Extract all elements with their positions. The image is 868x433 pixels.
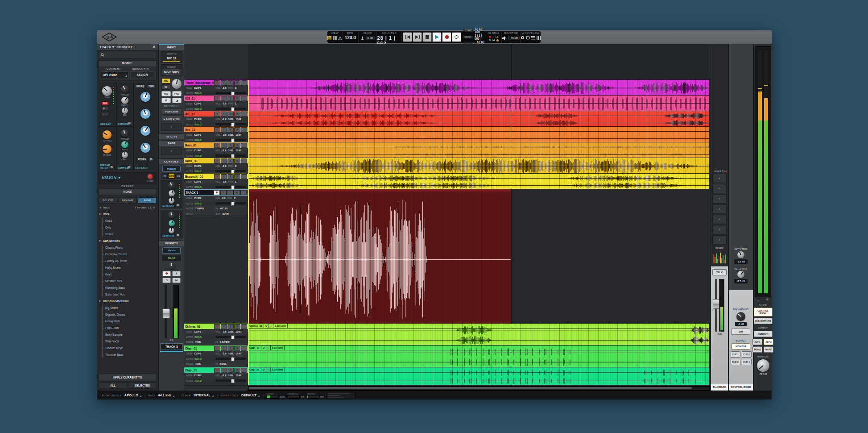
monitor-insert-slot[interactable]: +: [712, 204, 727, 214]
clip-header[interactable]: Clap _01Q♪0.00 semi: [248, 346, 709, 350]
in-value[interactable]: MIC 18: [220, 207, 228, 210]
track-m-button[interactable]: M: [234, 174, 240, 179]
mixer-view-icon[interactable]: [338, 36, 342, 40]
library-preset-item[interactable]: Keys: [99, 271, 156, 278]
playhead[interactable]: [511, 45, 511, 385]
pan-right[interactable]: 100R: [236, 118, 241, 121]
auto-read-value[interactable]: READ: [194, 154, 202, 157]
dim-button[interactable]: DIM: [732, 329, 750, 335]
vol-value[interactable]: -2.6: [222, 374, 226, 377]
play-button[interactable]: [432, 32, 442, 42]
cue-4-button[interactable]: CUE 4: [742, 359, 752, 365]
track-automation-button[interactable]: [241, 112, 247, 117]
track-name[interactable]: Clap _01: [185, 347, 197, 350]
show-cue-outputs-button[interactable]: CUE OUTPUTS: [754, 318, 773, 324]
track-i-button[interactable]: I: [221, 143, 227, 148]
track-lane[interactable]: [248, 142, 709, 158]
clip-note-icon[interactable]: ♪: [266, 367, 271, 372]
pan-left[interactable]: PAN: [228, 87, 233, 89]
mute-button[interactable]: MUTE: [764, 346, 773, 353]
lo-pass-knob[interactable]: [103, 130, 112, 139]
pan-slider[interactable]: [215, 108, 246, 110]
clip-quantize[interactable]: Q: [261, 346, 266, 350]
preset-search-input[interactable]: [99, 51, 157, 58]
vol-value[interactable]: -2.6: [222, 133, 226, 136]
pan-slider[interactable]: [215, 186, 246, 188]
clip-note-icon[interactable]: ♪: [269, 324, 273, 328]
track-m-button[interactable]: M: [234, 190, 240, 195]
cue-2-button[interactable]: CUE 2: [742, 351, 752, 358]
track-header[interactable]: 808_01ISMVIEWCLIPSVOL-2.6PANCAUTOREAD: [184, 96, 248, 112]
track-name[interactable]: TRACK 5: [186, 191, 198, 194]
tab-in[interactable]: IN: [161, 173, 168, 179]
track-lane[interactable]: Chimes_01Q♪0.00 semi: [248, 324, 709, 346]
eq-pre-button[interactable]: PRE/EQ: [135, 84, 146, 88]
apply-selected-button[interactable]: SELECTED: [128, 382, 157, 389]
eq-lmf-knob[interactable]: [141, 126, 150, 136]
clip-transpose[interactable]: 0.00 semi: [271, 346, 285, 350]
tags-toggle[interactable]: ▸ TAGS: [100, 206, 110, 209]
vol-value[interactable]: -2.6: [222, 330, 226, 333]
library-preset-item[interactable]: Classic Piano: [99, 244, 156, 251]
monitor-insert-slot[interactable]: +: [712, 194, 727, 204]
auto-read-value[interactable]: READ: [194, 123, 202, 126]
comp-rel-knob[interactable]: [122, 152, 128, 158]
pan-left[interactable]: 100L: [228, 133, 234, 136]
pan-right[interactable]: C: [235, 165, 236, 167]
buffer-size-value[interactable]: DEFAULT: [241, 393, 260, 397]
pan-left[interactable]: 100L: [228, 149, 234, 152]
monitor-insert-slot[interactable]: +: [712, 215, 727, 224]
pan-slider[interactable]: [215, 92, 246, 94]
pad-button[interactable]: PAD: [101, 101, 109, 105]
sidechain-assign-button[interactable]: ASSIGN: [130, 71, 154, 78]
alt2-trim-knob[interactable]: [737, 271, 744, 278]
pan-slider[interactable]: [215, 202, 246, 204]
clip-transpose[interactable]: 0.00 semi: [271, 367, 285, 372]
clips-value[interactable]: CLIPS: [194, 180, 201, 183]
vol-value[interactable]: -2.6: [222, 180, 226, 183]
plugin-power-button[interactable]: POWER: [147, 173, 153, 182]
track-m-button[interactable]: M: [234, 324, 240, 329]
pan-left[interactable]: 100L: [228, 330, 234, 333]
library-preset-item[interactable]: Snare: [99, 231, 156, 237]
vol-value[interactable]: -2.6: [222, 352, 226, 355]
pan-slider[interactable]: [215, 123, 246, 125]
lowcut-button[interactable]: ◢: [172, 98, 182, 103]
track-i-button[interactable]: I: [220, 190, 227, 195]
monitor-insert-slot[interactable]: +: [712, 174, 727, 183]
monitor-insert-slot[interactable]: +: [712, 235, 727, 245]
library-preset-item[interactable]: Sexy Sample: [99, 331, 156, 338]
track-name[interactable]: Bouzouki_01: [185, 175, 203, 178]
show-control-room-button[interactable]: CONTROL ROOM: [754, 308, 773, 316]
track-header[interactable]: Bass _01ISMVIEWCLIPSVOL-2.6PANCAUTOREAD: [184, 158, 248, 174]
comp-thresh-knob[interactable]: [121, 129, 129, 137]
pan-slider-thumb[interactable]: [231, 357, 235, 361]
track-s-button[interactable]: S: [227, 174, 234, 179]
in-button[interactable]: IN: [161, 84, 170, 90]
auto-read-value[interactable]: READ: [194, 108, 202, 110]
pan-right[interactable]: C: [235, 102, 236, 105]
vol-value[interactable]: -2.6: [222, 118, 226, 121]
pan-right[interactable]: 100R: [236, 330, 241, 333]
unison-box[interactable]: UNISON Neve 88RS: [161, 64, 182, 76]
monitor-level-knob[interactable]: [757, 359, 769, 372]
go-to-start-button[interactable]: [403, 32, 412, 42]
phase-button-strip[interactable]: Ø: [161, 98, 171, 103]
add-tape-button[interactable]: +: [161, 147, 182, 155]
pan-slider[interactable]: [215, 139, 246, 141]
clips-value[interactable]: CLIPS: [194, 149, 201, 152]
pan-left[interactable]: PAN: [228, 102, 233, 105]
track-i-button[interactable]: I: [221, 368, 227, 373]
track-s-button[interactable]: S: [227, 143, 234, 148]
pan-left[interactable]: PAN: [228, 165, 233, 167]
automation-read-button[interactable]: READ: [161, 255, 182, 261]
gain-knob[interactable]: [102, 86, 112, 96]
bpm-value[interactable]: 120.0: [345, 35, 356, 40]
track-record-arm-button[interactable]: [214, 346, 220, 351]
pad-button-strip[interactable]: PAD: [172, 91, 182, 96]
settings-icon[interactable]: [521, 36, 525, 40]
strip-gate-in[interactable]: IN: [175, 203, 181, 207]
input-select-box[interactable]: INPUT M MIC 18: [161, 51, 182, 63]
auto-read-value[interactable]: READ: [194, 170, 202, 173]
track-record-arm-button[interactable]: [214, 143, 220, 148]
